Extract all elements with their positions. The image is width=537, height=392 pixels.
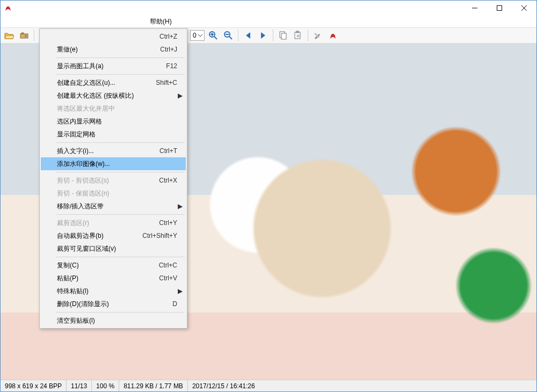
menu-item-shortcut: Ctrl+C <box>159 262 177 269</box>
menu-item-shortcut: Ctrl+Shift+Y <box>142 232 177 239</box>
menu-item[interactable]: 移除/插入选区带▶ <box>41 200 186 213</box>
menu-item-shortcut: Shift+C <box>156 79 177 86</box>
minimize-button[interactable] <box>462 1 487 16</box>
menu-separator <box>56 142 185 143</box>
menu-item-shortcut: Ctrl+J <box>160 46 177 53</box>
status-dimensions: 998 x 619 x 24 BPP <box>1 380 67 391</box>
menu-item-label: 重做(e) <box>57 45 78 54</box>
status-size: 811.29 KB / 1.77 MB <box>119 380 188 391</box>
menu-item[interactable]: 显示画图工具(a)F12 <box>41 60 186 72</box>
menu-item-label: 将选区最大化并居中 <box>57 104 115 113</box>
submenu-arrow-icon: ▶ <box>178 92 183 99</box>
svg-rect-9 <box>296 31 299 33</box>
menu-item-shortcut: D <box>172 300 177 308</box>
settings-button[interactable] <box>311 29 324 42</box>
status-zoom: 100 % <box>92 380 119 391</box>
open-button[interactable] <box>3 29 16 42</box>
menu-item[interactable]: 粘贴(P)Ctrl+V <box>41 272 186 285</box>
menu-item-shortcut: Ctrl+Z <box>159 33 177 40</box>
svg-rect-2 <box>21 33 24 34</box>
menu-item[interactable]: 选区内显示网格 <box>41 115 186 128</box>
menu-item-label: 裁剪可见窗口区域(v) <box>57 244 116 253</box>
menu-help[interactable]: 帮助(H) <box>146 16 176 27</box>
menu-separator <box>56 312 185 313</box>
menu-item-label: 复制(C) <box>57 261 79 270</box>
menu-item[interactable]: 重做(e)Ctrl+J <box>41 43 186 56</box>
menu-item[interactable]: 删除(D)(清除显示)D <box>41 297 186 310</box>
menu-item[interactable]: 复制(C)Ctrl+C <box>41 259 186 272</box>
menu-item[interactable]: 裁剪可见窗口区域(v) <box>41 242 186 255</box>
submenu-arrow-icon: ▶ <box>178 202 183 210</box>
menu-item-label: 特殊粘贴(l) <box>57 287 89 296</box>
close-button[interactable] <box>512 1 536 16</box>
paste-button[interactable] <box>292 29 304 42</box>
menu-item-label: 显示固定网格 <box>57 130 96 139</box>
submenu-arrow-icon: ▶ <box>178 287 183 295</box>
menu-item[interactable]: 自动裁剪边界(b)Ctrl+Shift+Y <box>41 229 186 242</box>
toolbar-separator <box>238 30 238 41</box>
menu-item-shortcut: Ctrl+V <box>159 274 177 282</box>
status-index: 11/13 <box>67 380 92 391</box>
menu-item-shortcut: Ctrl+Y <box>159 219 177 227</box>
menu-item[interactable]: 清空剪贴板(l) <box>41 314 186 327</box>
menu-item-label: 剪切 - 保留选区(n) <box>57 189 109 198</box>
edit-menu: Ctrl+Z重做(e)Ctrl+J显示画图工具(a)F12创建自定义选区(u).… <box>39 28 187 329</box>
svg-rect-3 <box>25 35 27 37</box>
copy-button[interactable] <box>277 29 289 42</box>
window-buttons <box>462 1 536 16</box>
menu-item[interactable]: 显示固定网格 <box>41 128 186 141</box>
menu-separator <box>56 257 185 257</box>
maximize-button[interactable] <box>487 1 512 16</box>
next-button[interactable] <box>257 29 270 42</box>
menu-separator <box>56 57 185 58</box>
svg-rect-0 <box>497 6 502 11</box>
prev-button[interactable] <box>242 29 255 42</box>
svg-rect-8 <box>295 32 300 39</box>
menu-item-label: 创建自定义选区(u)... <box>57 78 115 88</box>
menu-item-label: 插入文字(i)... <box>57 147 94 156</box>
toolbar-separator <box>273 30 273 41</box>
menu-item-label: 自动裁剪边界(b) <box>57 231 104 241</box>
menu-item-label: 粘贴(P) <box>57 274 78 283</box>
menu-item: 裁剪选区(r)Ctrl+Y <box>41 216 186 229</box>
menu-item: 将选区最大化并居中 <box>41 102 186 115</box>
zoom-value: 0 <box>193 32 197 39</box>
menu-item-label: 清空剪贴板(l) <box>57 316 95 325</box>
status-datetime: 2017/12/15 / 16:41:26 <box>188 380 259 391</box>
zoom-out-button[interactable] <box>222 29 235 42</box>
menu-item[interactable]: Ctrl+Z <box>41 30 186 43</box>
menu-item: 剪切 - 保留选区(n) <box>41 187 186 200</box>
app-icon <box>4 4 12 12</box>
menu-item: 剪切 - 剪切选区(s)Ctrl+X <box>41 174 186 187</box>
menu-item[interactable]: 添加水印图像(w)... <box>41 157 186 170</box>
toolbar-separator <box>308 30 308 41</box>
menu-item[interactable]: 插入文字(i)...Ctrl+T <box>41 144 186 157</box>
menu-item-label: 移除/插入选区带 <box>57 202 104 211</box>
menu-item-label: 显示画图工具(a) <box>57 62 104 71</box>
menu-item-shortcut: F12 <box>166 62 177 70</box>
menu-item-label: 添加水印图像(w)... <box>57 159 110 169</box>
acquire-button[interactable] <box>18 29 31 42</box>
toolbar-separator <box>34 30 34 41</box>
menu-separator <box>56 214 185 215</box>
about-button[interactable] <box>326 29 339 42</box>
menu-item[interactable]: 创建最大化选区 (按纵横比)▶ <box>41 89 186 102</box>
menu-item-shortcut: Ctrl+T <box>159 147 177 155</box>
app-window: 帮助(H) 0 <box>0 0 537 392</box>
menu-item-label: 裁剪选区(r) <box>57 219 89 228</box>
menu-separator <box>56 74 185 75</box>
menubar: 帮助(H) <box>1 16 536 27</box>
menu-item-label: 创建最大化选区 (按纵横比) <box>57 91 134 100</box>
chevron-down-icon <box>198 33 203 38</box>
menu-item[interactable]: 创建自定义选区(u)...Shift+C <box>41 76 186 89</box>
titlebar <box>1 1 536 16</box>
menu-separator <box>56 172 185 172</box>
menu-item-label: 删除(D)(清除显示) <box>57 300 109 309</box>
zoom-in-button[interactable] <box>207 29 220 42</box>
svg-rect-7 <box>281 33 286 39</box>
statusbar: 998 x 619 x 24 BPP 11/13 100 % 811.29 KB… <box>1 380 536 391</box>
menu-item-label: 剪切 - 剪切选区(s) <box>57 176 109 185</box>
menu-item[interactable]: 特殊粘贴(l)▶ <box>41 285 186 297</box>
zoom-select[interactable]: 0 <box>190 30 205 41</box>
menu-item-label: 选区内显示网格 <box>57 117 102 126</box>
